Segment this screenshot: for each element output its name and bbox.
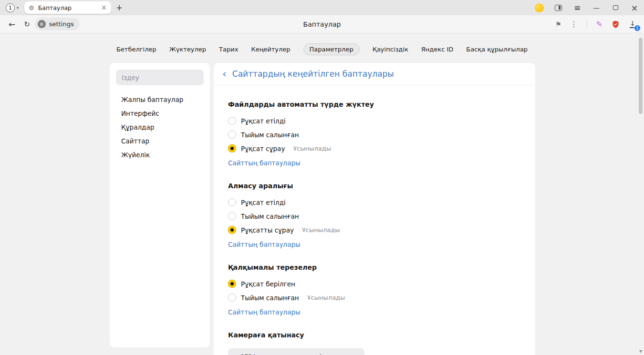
scrollbar[interactable]: ▼ bbox=[637, 34, 644, 355]
content-body: Файлдарды автоматты түрде жүктеу Рұқсат … bbox=[214, 85, 535, 355]
section-title: Алмасу аралығы bbox=[228, 181, 521, 191]
site-settings-link[interactable]: Сайттың баптаулары bbox=[228, 240, 301, 249]
tabstrip-right-controls: ≡ — × bbox=[530, 3, 644, 13]
option-label: Тыйым салынған bbox=[241, 131, 299, 139]
tab-bookmarks[interactable]: Бетбелгілер bbox=[116, 44, 156, 55]
option-label: Тыйым салынған bbox=[241, 213, 299, 220]
radio-unchecked-icon[interactable] bbox=[228, 294, 236, 302]
tab-yandex-id[interactable]: Яндекс ID bbox=[421, 44, 454, 55]
radio-unchecked-icon[interactable] bbox=[228, 131, 236, 139]
sidebar-item-interface[interactable]: Интерфейс bbox=[116, 107, 204, 121]
site-settings-link[interactable]: Сайттың баптаулары bbox=[228, 307, 301, 317]
radio-option[interactable]: Тыйым салынған bbox=[228, 128, 521, 142]
tab-title: Баптаулар bbox=[38, 4, 97, 11]
tab-count-button[interactable]: 1 ▾ bbox=[3, 3, 21, 12]
tab-security[interactable]: Қауіпсіздік bbox=[373, 44, 408, 55]
settings-nav-tabs: Бетбелгілер Жүктеулер Тарих Кеңейтулер П… bbox=[0, 34, 644, 55]
settings-columns: Жалпы баптаулар Интерфейс Құралдар Сайтт… bbox=[110, 63, 535, 355]
sidebar-menu: Жалпы баптаулар Интерфейс Құралдар Сайтт… bbox=[116, 93, 204, 162]
radio-option[interactable]: Рұқсат сұрау Ұсынылады bbox=[228, 142, 521, 155]
maximize-button[interactable] bbox=[606, 5, 625, 10]
alice-icon bbox=[535, 3, 544, 12]
sidebar-item-sites[interactable]: Сайттар bbox=[116, 134, 204, 148]
sidebar-item-system[interactable]: Жүйелік bbox=[116, 148, 204, 162]
tab-other-devices[interactable]: Басқа құрылғылар bbox=[466, 44, 528, 55]
radio-option[interactable]: Рұқсат берілген bbox=[228, 277, 521, 291]
radio-option[interactable]: Рұқсатты сұрау Ұсынылады bbox=[228, 223, 521, 237]
radio-unchecked-icon[interactable] bbox=[228, 198, 236, 206]
tab-settings[interactable]: Параметрлер bbox=[303, 43, 360, 55]
radio-option[interactable]: Тыйым салынған Ұсынылады bbox=[228, 291, 521, 304]
camera-select-value: cv9734_azurewave_camera Алдыңғы... bbox=[234, 353, 353, 355]
section-clipboard: Алмасу аралығы Рұқсат етілді Тыйым салын… bbox=[228, 181, 521, 249]
scroll-down-icon[interactable]: ▼ bbox=[637, 349, 644, 354]
pen-extension-icon[interactable]: ✎ bbox=[596, 20, 602, 29]
settings-sidebar: Жалпы баптаулар Интерфейс Құралдар Сайтт… bbox=[110, 63, 210, 347]
toolbar-divider bbox=[587, 20, 587, 29]
browser-menu-button[interactable]: ≡ bbox=[568, 3, 587, 12]
toolbar-right-controls: ⚑ ⋮ ✎ ↓ 1 bbox=[555, 20, 638, 29]
gear-icon: ⚙ bbox=[29, 4, 34, 11]
page-actions-icon[interactable]: ⋮ bbox=[571, 20, 578, 29]
address-text: settings bbox=[49, 20, 74, 28]
side-panel-icon bbox=[555, 5, 562, 11]
option-label: Рұқсат етілді bbox=[241, 117, 286, 125]
option-label: Рұқсат етілді bbox=[241, 199, 286, 206]
radio-checked-icon[interactable] bbox=[228, 280, 236, 288]
tab-strip: 1 ▾ ⚙ Баптаулар × + ≡ — × bbox=[0, 0, 644, 15]
radio-option[interactable]: Рұқсат етілді bbox=[228, 114, 521, 128]
new-tab-button[interactable]: + bbox=[111, 3, 127, 12]
side-panel-button[interactable] bbox=[549, 5, 568, 11]
omnibox-page-title: Баптаулар bbox=[303, 20, 341, 28]
tab-extensions[interactable]: Кеңейтулер bbox=[251, 44, 290, 55]
radio-option[interactable]: Тыйым салынған bbox=[228, 209, 521, 223]
sidebar-item-general[interactable]: Жалпы баптаулар bbox=[116, 93, 204, 107]
radio-checked-icon[interactable] bbox=[228, 144, 236, 152]
alice-button[interactable] bbox=[530, 3, 549, 12]
option-label: Рұқсат берілген bbox=[241, 280, 295, 288]
maximize-icon bbox=[613, 5, 618, 10]
download-count-badge: 1 bbox=[634, 25, 641, 31]
camera-select[interactable]: cv9734_azurewave_camera Алдыңғы... ▾ bbox=[228, 348, 364, 355]
browser-window: 1 ▾ ⚙ Баптаулар × + ≡ — × ← ↻ ⚙ settings… bbox=[0, 0, 644, 355]
minimize-button[interactable]: — bbox=[587, 4, 606, 11]
tab-close-icon[interactable]: × bbox=[101, 4, 107, 11]
scrollbar-thumb[interactable] bbox=[639, 38, 643, 114]
sidebar-item-tools[interactable]: Құралдар bbox=[116, 121, 204, 134]
reload-button[interactable]: ↻ bbox=[24, 20, 30, 29]
toolbar: ← ↻ ⚙ settings Баптаулар ⚑ ⋮ ✎ ↓ 1 bbox=[0, 15, 644, 33]
recommended-label: Ұсынылады bbox=[302, 226, 340, 233]
option-label: Рұқсатты сұрау bbox=[241, 226, 294, 234]
radio-unchecked-icon[interactable] bbox=[228, 212, 236, 220]
address-chip[interactable]: ⚙ settings bbox=[35, 18, 80, 30]
site-settings-link[interactable]: Сайттың баптаулары bbox=[228, 158, 301, 168]
section-title: Файлдарды автоматты түрде жүктеу bbox=[228, 100, 521, 109]
section-popups: Қалқымалы терезелер Рұқсат берілген Тыйы… bbox=[228, 263, 521, 317]
radio-option[interactable]: Рұқсат етілді bbox=[228, 195, 521, 209]
content-header: ‹ Сайттардың кеңейтілген баптаулары bbox=[214, 63, 535, 85]
bookmark-flag-icon[interactable]: ⚑ bbox=[555, 20, 561, 28]
chevron-down-icon: ▾ bbox=[17, 6, 19, 10]
recommended-label: Ұсынылады bbox=[307, 294, 345, 301]
site-favicon: ⚙ bbox=[38, 20, 46, 28]
back-chevron-icon[interactable]: ‹ bbox=[222, 69, 227, 79]
section-title: Камераға қатынасу bbox=[228, 330, 521, 340]
adblock-shield-icon[interactable] bbox=[612, 20, 620, 29]
active-tab[interactable]: ⚙ Баптаулар × bbox=[24, 1, 111, 14]
option-label: Тыйым салынған bbox=[241, 294, 299, 302]
tab-downloads[interactable]: Жүктеулер bbox=[169, 44, 206, 55]
downloads-button[interactable]: ↓ 1 bbox=[629, 20, 636, 28]
section-auto-download: Файлдарды автоматты түрде жүктеу Рұқсат … bbox=[228, 100, 521, 168]
settings-page: Бетбелгілер Жүктеулер Тарих Кеңейтулер П… bbox=[0, 34, 644, 355]
option-label: Рұқсат сұрау bbox=[241, 145, 285, 152]
section-camera: Камераға қатынасу cv9734_azurewave_camer… bbox=[228, 330, 521, 355]
tab-count-badge: 1 bbox=[6, 3, 15, 12]
close-window-button[interactable]: × bbox=[625, 3, 644, 13]
recommended-label: Ұсынылады bbox=[293, 145, 331, 152]
tab-history[interactable]: Тарих bbox=[219, 44, 238, 55]
back-button[interactable]: ← bbox=[9, 20, 15, 29]
search-input[interactable] bbox=[116, 70, 204, 85]
radio-unchecked-icon[interactable] bbox=[228, 117, 236, 125]
radio-checked-icon[interactable] bbox=[228, 226, 236, 234]
section-title: Қалқымалы терезелер bbox=[228, 263, 521, 272]
